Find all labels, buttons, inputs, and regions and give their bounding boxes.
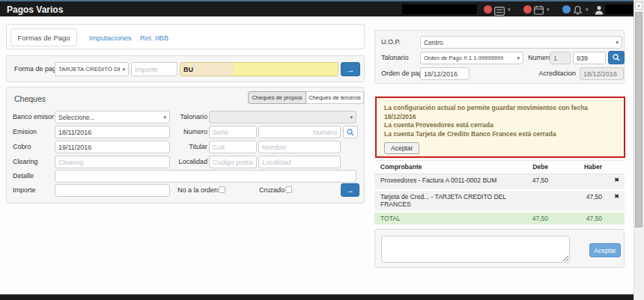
acreditacion-label: Acreditacion [528,70,576,77]
table-header-row: Comprobante Debe Haber [374,160,625,174]
forma-pago-select[interactable]: TARJETA CREDITO DEL F ▾ [55,62,129,76]
col-header-debe: Debe [518,161,548,173]
numero-op-input[interactable] [573,52,606,64]
buscar-cheque-button[interactable] [343,126,358,138]
importe-cheque-input[interactable] [55,184,170,197]
uop-label: U.O.P. [381,38,401,46]
user-icon[interactable] [595,4,604,18]
talonario-op-select[interactable]: Orden de Pago X 1 1-99999999 ▾ [420,52,523,64]
total-debe: 47,50 [518,215,548,222]
warning-aceptar-button[interactable]: Aceptar [384,142,419,154]
calendar-icon[interactable] [534,4,544,18]
redacted-area [605,4,637,14]
scrollbar-thumb[interactable] [635,12,643,227]
forma-pago-label: Forma de pago [14,65,60,73]
cheques-panel: Cheques Cheques de propios Cheques de te… [6,87,365,203]
caret-down-icon: ▾ [616,40,619,46]
uop-value: Centro [424,39,443,46]
importe-input[interactable] [131,62,177,76]
col-header-haber: Haber [548,161,602,173]
caret-down-icon: ▾ [122,67,125,73]
observaciones-panel: Aceptar [374,229,625,268]
cheques-propios-button[interactable]: Cheques de propios [248,91,306,104]
table-row: Tarjeta de Cred... - TARJETA CREDITO DEL… [374,191,625,212]
bell-icon[interactable] [573,4,583,18]
comprobante-nombre: Tarjeta de Cred... - TARJETA CREDITO DEL… [374,193,518,209]
detalle-input[interactable] [55,170,356,183]
emision-label: Emision [13,128,37,135]
talonario-op-value: Orden de Pago X 1 1-99999999 [424,55,503,61]
arrow-right-icon: → [347,65,355,74]
cobro-input[interactable] [55,141,170,153]
caret-down-icon[interactable]: ▾ [586,7,589,13]
cheques-terceros-button[interactable]: Cheques de terceros [306,91,364,104]
clearing-label: Clearing [13,158,38,165]
uop-select[interactable]: Centro ▾ [420,36,622,49]
tabs-card: Formas de Pago Imputaciones Ret. IIBB [6,24,365,49]
cruzado-checkbox[interactable] [285,186,292,193]
caret-down-icon[interactable]: ▾ [547,7,550,13]
table-total-row: TOTAL 47,50 47,50 [374,212,625,225]
emision-input[interactable] [55,126,170,138]
comprobante-nombre: Proveedores - Factura A 0011-0002 BUM [374,177,518,185]
col-header-comprobante: Comprobante [374,161,518,174]
numero-op-label: Numero [528,54,552,61]
detalle-label: Detalle [13,172,34,180]
tab-imputaciones[interactable]: Imputaciones [89,34,132,42]
cobro-label: Cobro [13,143,31,150]
scroll-up-button[interactable]: ▲ [635,1,643,10]
cuit-input[interactable] [209,141,257,153]
list-icon[interactable] [494,5,505,19]
observaciones-textarea[interactable] [381,236,570,263]
cruzado-label: Cruzado [259,186,285,194]
table-row: Proveedores - Factura A 0011-0002 BUM 47… [374,174,625,191]
search-icon [613,54,620,61]
comprobante-debe: 47,50 [518,177,548,184]
top-navbar: Pagos Varios ▾ ▾ ▾ [0,0,644,16]
notification-badge [484,5,492,13]
tab-ret-iibb[interactable]: Ret. IIBB [140,34,168,42]
acreditacion-input [580,67,624,80]
notification-badge [523,5,532,13]
bottom-bar [0,294,644,300]
busqueda-comprobante-input[interactable] [180,62,338,76]
comprobantes-table: Comprobante Debe Haber Proveedores - Fac… [374,160,625,224]
caret-down-icon: ▾ [163,114,166,120]
comprobante-haber: 47,50 [548,193,602,200]
titular-label: Titular [173,143,207,150]
nombre-input[interactable] [258,141,341,153]
numero-prefijo-input [550,52,571,64]
banco-emisor-select[interactable]: Seleccione... ▾ [55,111,170,123]
serie-input[interactable] [209,126,257,138]
warning-line: La cuenta Tarjeta de Credito Banco Franc… [384,130,616,139]
warning-line: La cuenta Proveedores está cerrada [384,121,616,130]
search-icon [347,129,354,136]
cheques-title: Cheques [14,94,46,103]
warning-alert: La configuración actual no permite guard… [375,97,625,158]
agregar-cheque-button[interactable]: → [341,183,359,197]
no-a-la-orden-label: No a la orden [177,186,218,194]
page-title: Pagos Varios [7,4,63,15]
app-window: Pagos Varios ▾ ▾ ▾ Formas de Pago Imputa… [0,0,644,300]
close-icon[interactable]: ✖ [602,177,625,183]
tab-formas-de-pago[interactable]: Formas de Pago [10,28,77,46]
aceptar-button[interactable]: Aceptar [589,243,621,257]
localidad-input[interactable] [258,156,341,168]
agregar-forma-pago-button[interactable]: → [341,62,360,76]
close-icon[interactable]: ✖ [602,193,625,200]
buscar-orden-button[interactable] [608,51,625,64]
codigo-postal-input[interactable] [209,156,257,168]
talonario-label: Talonario [173,113,207,120]
caret-down-icon[interactable]: ▾ [508,7,511,13]
total-haber: 47,50 [548,215,602,222]
no-a-la-orden-checkbox[interactable] [219,186,225,193]
clearing-input[interactable] [55,156,170,168]
banco-emisor-label: Banco emisor [13,113,54,120]
fecha-orden-input[interactable] [420,67,470,80]
notification-badge [562,5,571,13]
warning-line: La configuración actual no permite guard… [384,104,616,121]
forma-pago-panel: Forma de pago TARJETA CREDITO DEL F ▾ → [6,55,365,82]
arrow-right-icon: → [346,186,354,195]
localidad-label: Localidad [173,158,207,165]
numero-input[interactable] [258,126,341,138]
